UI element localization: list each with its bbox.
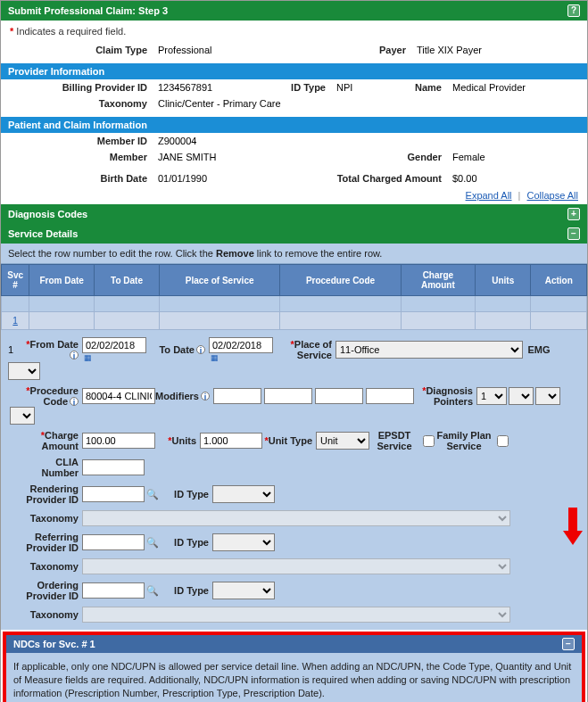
claim-summary: Claim Type Professional Payer Title XIX …	[1, 42, 587, 58]
calendar-icon[interactable]: ▦	[211, 353, 273, 362]
unit-type-select[interactable]: Unit	[316, 432, 369, 450]
col-to: To Date	[95, 265, 160, 296]
lookup-icon[interactable]: 🔍	[146, 489, 159, 500]
claim-type-value: Professional	[153, 42, 313, 58]
col-units: Units	[476, 265, 531, 296]
provider-header: Provider Information	[1, 63, 587, 79]
epsdt-checkbox[interactable]	[423, 435, 435, 447]
ndc-instructions: If applicable, only one NDC/UPN is allow…	[13, 660, 575, 700]
calendar-icon[interactable]: ▦	[84, 353, 146, 362]
rendering-taxonomy-select[interactable]	[82, 510, 510, 526]
plus-icon[interactable]: +	[567, 208, 580, 220]
patient-header: Patient and Claim Information	[1, 117, 587, 133]
minus-icon[interactable]: −	[567, 227, 580, 240]
patient-info: Member ID Z900004 Member JANE SMITH Gend…	[1, 133, 587, 186]
lookup-icon[interactable]: 🔍	[146, 585, 159, 597]
referring-taxonomy-select[interactable]	[82, 558, 510, 574]
col-proc: Procedure Code	[280, 265, 401, 296]
family-plan-checkbox[interactable]	[497, 435, 509, 447]
diag-ptr-1-select[interactable]: 1	[476, 387, 507, 405]
payer-label: Payer	[313, 42, 411, 58]
diagnosis-header[interactable]: Diagnosis Codes +	[1, 204, 587, 224]
step-title: Submit Professional Claim: Step 3	[8, 5, 168, 16]
to-date-input[interactable]	[209, 337, 273, 353]
diag-ptr-4-select[interactable]	[10, 407, 35, 425]
info-icon[interactable]: i	[201, 392, 210, 401]
place-of-service-select[interactable]: 11-Office	[335, 341, 523, 359]
units-input[interactable]	[200, 433, 262, 449]
provider-info: Billing Provider ID 1234567891 ID Type N…	[1, 79, 587, 111]
col-charge: Charge Amount	[401, 265, 475, 296]
emg-select[interactable]	[8, 362, 40, 380]
procedure-code-input[interactable]	[82, 388, 155, 404]
grid-filter-row	[2, 296, 587, 312]
detail-rownum: 1	[8, 344, 24, 355]
minus-icon[interactable]: −	[562, 638, 575, 650]
ordering-idtype-select[interactable]	[212, 582, 275, 599]
modifier-2-input[interactable]	[264, 388, 312, 404]
info-icon[interactable]: i	[70, 397, 79, 406]
diag-ptr-3-select[interactable]	[535, 387, 560, 405]
charge-amount-input[interactable]	[82, 433, 155, 449]
ndc-header[interactable]: NDCs for Svc. # 1 −	[6, 635, 582, 653]
rendering-idtype-select[interactable]	[212, 485, 275, 503]
payer-value: Title XIX Payer	[411, 42, 587, 58]
required-note: * Indicates a required field.	[1, 21, 587, 42]
col-action: Action	[531, 265, 587, 296]
modifier-1-input[interactable]	[213, 388, 261, 404]
row-number-link[interactable]: 1	[12, 316, 18, 326]
col-from: From Date	[29, 265, 95, 296]
service-grid: Svc # From Date To Date Place of Service…	[1, 264, 587, 330]
modifier-4-input[interactable]	[366, 388, 414, 404]
collapse-all-link[interactable]: Collapse All	[527, 190, 578, 201]
ordering-taxonomy-select[interactable]	[82, 607, 510, 623]
info-icon[interactable]: i	[70, 351, 79, 359]
modifier-3-input[interactable]	[315, 388, 363, 404]
info-icon[interactable]: i	[196, 345, 205, 354]
col-place: Place of Service	[159, 265, 279, 296]
asterisk-icon: *	[10, 26, 13, 37]
highlight-arrow-icon	[563, 508, 583, 547]
rendering-provider-input[interactable]	[82, 486, 145, 502]
help-icon[interactable]: ?	[567, 4, 580, 17]
expand-all-link[interactable]: Expand All	[466, 190, 512, 201]
claim-type-label: Claim Type	[1, 42, 153, 58]
referring-provider-input[interactable]	[82, 534, 145, 550]
expand-collapse-bar: Expand All | Collapse All	[1, 186, 587, 204]
lookup-icon[interactable]: 🔍	[146, 537, 159, 549]
col-svc: Svc #	[2, 265, 29, 296]
clia-number-input[interactable]	[82, 459, 145, 475]
service-detail-panel: 1 *From Datei ▦ To Datei ▦ *Place of Ser…	[1, 330, 587, 630]
ndc-highlight-box: NDCs for Svc. # 1 − If applicable, only …	[3, 632, 585, 702]
from-date-input[interactable]	[82, 337, 146, 353]
ordering-provider-input[interactable]	[82, 582, 145, 599]
referring-idtype-select[interactable]	[212, 533, 275, 551]
table-row: 1	[2, 312, 587, 330]
service-header[interactable]: Service Details −	[1, 224, 587, 244]
diag-ptr-2-select[interactable]	[509, 387, 534, 405]
service-instructions: Select the row number to edit the row. C…	[1, 244, 587, 264]
step-header: Submit Professional Claim: Step 3 ?	[1, 1, 587, 21]
